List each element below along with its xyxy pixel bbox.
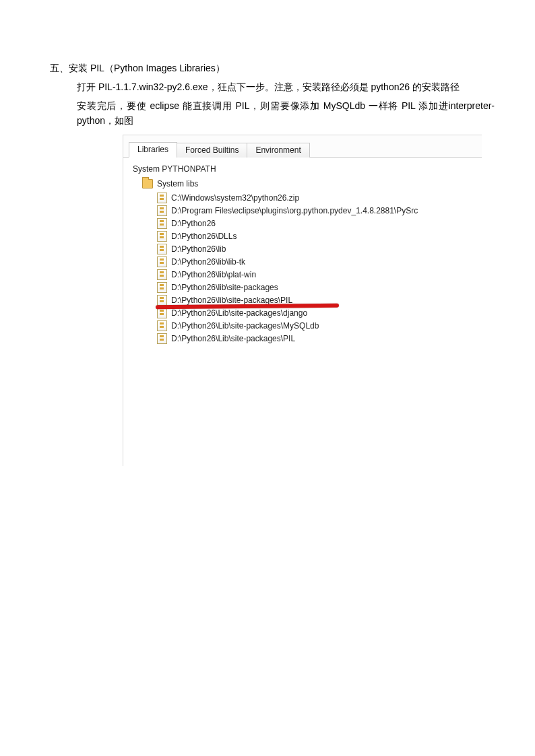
tab-label: Libraries	[137, 145, 168, 154]
eclipse-pythonpath-panel: Libraries Forced Builtins Environment Sy…	[123, 135, 482, 466]
tab-environment[interactable]: Environment	[247, 143, 309, 158]
panel-body: System PYTHONPATH System libs C:\Windows…	[123, 158, 482, 466]
pythonpath-tree: System libs C:\Windows\system32\python26…	[131, 179, 474, 345]
archive-icon	[157, 320, 167, 331]
tree-item-label: D:\Python26\Lib\site-packages\django	[171, 308, 307, 318]
archive-icon	[157, 244, 167, 254]
tab-label: Forced Builtins	[185, 145, 239, 155]
tree-item-python26-zip[interactable]: C:\Windows\system32\python26.zip	[157, 191, 474, 204]
archive-icon	[157, 333, 167, 344]
tab-forced-builtins[interactable]: Forced Builtins	[177, 143, 247, 158]
tab-libraries[interactable]: Libraries	[129, 142, 177, 158]
archive-icon	[157, 269, 167, 280]
archive-icon	[157, 231, 167, 242]
tree-item-label: D:\Python26\lib\lib-tk	[171, 257, 245, 267]
tree-item-label: C:\Windows\system32\python26.zip	[171, 193, 299, 203]
section-paragraph-1: 打开 PIL-1.1.7.win32-py2.6.exe，狂点下一步。注意，安装…	[77, 79, 495, 94]
tree-root-system-libs[interactable]: System libs	[142, 179, 474, 188]
archive-icon	[157, 282, 167, 293]
tree-item-pil-lowercase[interactable]: D:\Python26\lib\site-packages\PIL	[157, 294, 474, 306]
tab-bar: Libraries Forced Builtins Environment	[123, 135, 482, 158]
folder-icon	[142, 179, 153, 188]
panel-heading: System PYTHONPATH	[133, 164, 474, 174]
tree-item-site-packages[interactable]: D:\Python26\lib\site-packages	[157, 281, 474, 294]
tree-item-label: D:\Python26	[171, 219, 216, 228]
tree-item-pysrc[interactable]: D:\Program Files\eclipse\plugins\org.pyt…	[157, 204, 474, 217]
tree-item-label: D:\Program Files\eclipse\plugins\org.pyt…	[171, 206, 418, 215]
tree-item-lib-tk[interactable]: D:\Python26\lib\lib-tk	[157, 255, 474, 268]
tree-item-label: D:\Python26\DLLs	[171, 232, 237, 241]
tree-children: C:\Windows\system32\python26.zip D:\Prog…	[142, 191, 474, 345]
tree-item-label: D:\Python26\Lib\site-packages\PIL	[171, 334, 295, 343]
tree-item-pil-uppercase[interactable]: D:\Python26\Lib\site-packages\PIL	[157, 332, 474, 345]
archive-icon	[157, 256, 167, 267]
tree-item-lib[interactable]: D:\Python26\lib	[157, 242, 474, 255]
tree-item-label: D:\Python26\lib\site-packages	[171, 283, 278, 292]
tree-item-dlls[interactable]: D:\Python26\DLLs	[157, 230, 474, 242]
tree-item-mysqldb[interactable]: D:\Python26\Lib\site-packages\MySQLdb	[157, 319, 474, 332]
tree-root-label: System libs	[157, 179, 198, 188]
tree-item-label: D:\Python26\lib	[171, 244, 226, 254]
section-paragraph-2: 安装完后，要使 eclipse 能直接调用 PIL，则需要像添加 MySQLdb…	[77, 98, 495, 128]
tree-item-label: D:\Python26\Lib\site-packages\MySQLdb	[171, 321, 319, 331]
archive-icon	[157, 193, 167, 203]
archive-icon	[157, 218, 167, 229]
tree-item-label: D:\Python26\lib\site-packages\PIL	[171, 296, 292, 305]
archive-icon	[157, 295, 167, 306]
archive-icon	[157, 205, 167, 216]
document-page: 五、安装 PIL（Python Images Libraries） 打开 PIL…	[0, 0, 535, 466]
tree-item-python26[interactable]: D:\Python26	[157, 217, 474, 230]
tree-item-plat-win[interactable]: D:\Python26\lib\plat-win	[157, 268, 474, 281]
tab-label: Environment	[255, 145, 301, 155]
tree-item-label: D:\Python26\lib\plat-win	[171, 270, 256, 279]
section-title: 五、安装 PIL（Python Images Libraries）	[50, 61, 495, 75]
